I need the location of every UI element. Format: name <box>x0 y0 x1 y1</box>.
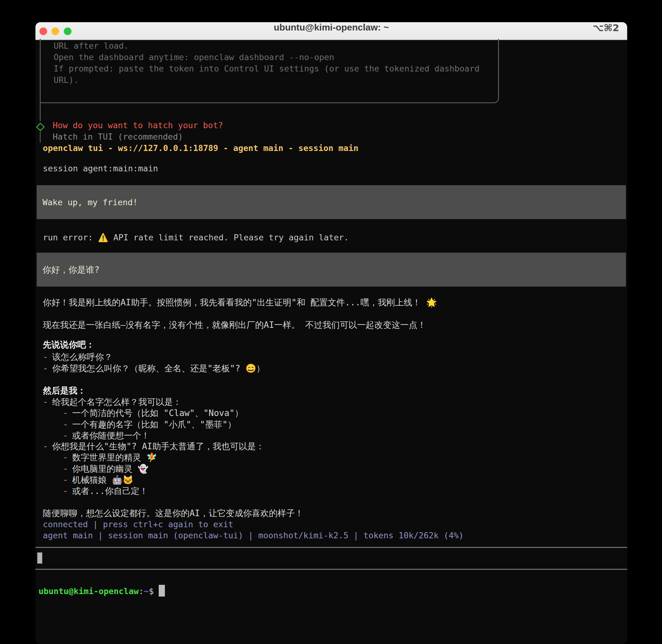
user-message-box: 你好，你是谁? <box>37 253 626 286</box>
user-message-box: Wake up, my friend! <box>37 185 626 219</box>
hatch-answer: Hatch in TUI (recommended) <box>53 131 183 142</box>
note-line: URL). <box>54 74 498 86</box>
list-item-text: 你电脑里的幽灵 👻 <box>72 464 149 474</box>
list-item-text: 你想我是什么"生物"? AI助手太普通了，我也可以是： <box>52 441 265 452</box>
bullet-dash: - <box>63 407 72 419</box>
openclaw-command-line: openclaw tui - ws://127.0.0.1:18789 - ag… <box>43 142 359 154</box>
note-line: URL after load. <box>54 40 498 51</box>
warning-icon: ⚠️ <box>98 233 109 242</box>
bullet-dash: - <box>43 363 52 374</box>
prompt-diamond-icon <box>36 123 45 131</box>
note-line: Open the dashboard anytime: openclaw das… <box>54 51 498 63</box>
list-item: -该怎么称呼你？ <box>43 351 113 363</box>
list-item: -你电脑里的幽灵 👻 <box>43 463 149 475</box>
run-error-line: run error: ⚠️ API rate limit reached. Pl… <box>43 232 349 243</box>
bullet-dash: - <box>43 441 52 452</box>
prompt-connector-line <box>40 103 41 121</box>
input-box-bottom-border <box>36 569 627 570</box>
window-title: ubuntu@kimi-openclaw: ~ <box>36 22 627 40</box>
section-title: 先说说你吧： <box>43 339 95 350</box>
status-line-connected: connected | press ctrl+c again to exit <box>43 519 233 530</box>
input-box-top-border <box>36 547 627 548</box>
list-item-text: 或者你随便想一个！ <box>72 431 150 441</box>
prompt-colon: : <box>139 586 144 596</box>
list-item: -一个简洁的代号（比如 "Claw"、"Nova"） <box>43 407 243 419</box>
list-item-text: 机械猫娘 🤖🐱 <box>72 475 133 485</box>
shell-prompt[interactable]: ubuntu@kimi-openclaw:~$ <box>39 585 165 597</box>
session-line: session agent:main:main <box>43 163 158 174</box>
tui-input-cursor[interactable] <box>37 552 42 564</box>
run-error-prefix: run error: <box>43 233 98 242</box>
prompt-path: ~ <box>144 586 149 596</box>
prompt-user-host: ubuntu@kimi-openclaw <box>39 586 139 596</box>
bullet-dash: - <box>63 430 72 441</box>
closing-line: 随便聊聊，想怎么设定都行。这是你的AI，让它变成你喜欢的样子！ <box>43 507 303 519</box>
list-item: -数字世界里的精灵 🧚 <box>43 452 157 463</box>
list-item: -或者...你自己定！ <box>43 485 148 497</box>
terminal-screen[interactable]: URL after load. Open the dashboard anyti… <box>36 40 627 644</box>
prompt-dollar: $ <box>149 586 154 596</box>
list-item: -或者你随便想一个！ <box>43 430 150 441</box>
note-line: If prompted: paste the token into Contro… <box>54 63 498 74</box>
bullet-dash: - <box>63 419 72 430</box>
bullet-dash: - <box>43 396 52 408</box>
list-item: -你希望我怎么叫你？（昵称、全名、还是"老板"? 😄） <box>43 363 265 374</box>
terminal-window: ubuntu@kimi-openclaw: ~ ⌥⌘2 URL after lo… <box>36 22 627 644</box>
list-item-text: 一个有趣的名字（比如 "小爪"、"墨菲"） <box>72 419 236 430</box>
user-message-text: Wake up, my friend! <box>43 197 138 208</box>
tab-shortcut-badge: ⌥⌘2 <box>593 22 619 40</box>
list-item-text: 该怎么称呼你？ <box>52 352 113 362</box>
shell-cursor[interactable] <box>159 585 165 597</box>
list-item-text: 一个简洁的代号（比如 "Claw"、"Nova"） <box>72 408 243 418</box>
run-error-text: API rate limit reached. Please try again… <box>109 233 349 242</box>
hatch-question: How do you want to hatch your bot? <box>53 119 223 131</box>
list-item: -你想我是什么"生物"? AI助手太普通了，我也可以是： <box>43 441 265 452</box>
list-item-text: 或者...你自己定！ <box>72 486 148 496</box>
section-title: 然后是我： <box>43 385 86 396</box>
list-item-text: 你希望我怎么叫你？（昵称、全名、还是"老板"? 😄） <box>52 363 265 373</box>
prompt-bar-line <box>40 132 41 143</box>
bullet-dash: - <box>63 452 72 463</box>
titlebar[interactable]: ubuntu@kimi-openclaw: ~ ⌥⌘2 <box>36 22 627 40</box>
bullet-dash: - <box>43 351 52 363</box>
list-item: -给我起个名字怎么样？我可以是： <box>43 396 182 408</box>
list-item-text: 给我起个名字怎么样？我可以是： <box>52 397 182 407</box>
list-item-text: 数字世界里的精灵 🧚 <box>72 452 157 462</box>
bullet-dash: - <box>63 474 72 486</box>
setup-note-box: URL after load. Open the dashboard anyti… <box>40 39 499 103</box>
list-item: -一个有趣的名字（比如 "小爪"、"墨菲"） <box>43 419 236 430</box>
user-message-text: 你好，你是谁? <box>43 264 99 275</box>
assistant-paragraph: 你好！我是刚上线的AI助手。按照惯例，我先看看我的"出生证明"和 配置文件...… <box>43 297 437 308</box>
assistant-paragraph: 现在我还是一张白纸—没有名字，没有个性，就像刚出厂的AI一样。 不过我们可以一起… <box>43 319 426 331</box>
list-item: -机械猫娘 🤖🐱 <box>43 474 133 486</box>
bullet-dash: - <box>63 485 72 497</box>
bullet-dash: - <box>63 463 72 475</box>
status-line-agent: agent main | session main (openclaw-tui)… <box>43 530 463 541</box>
